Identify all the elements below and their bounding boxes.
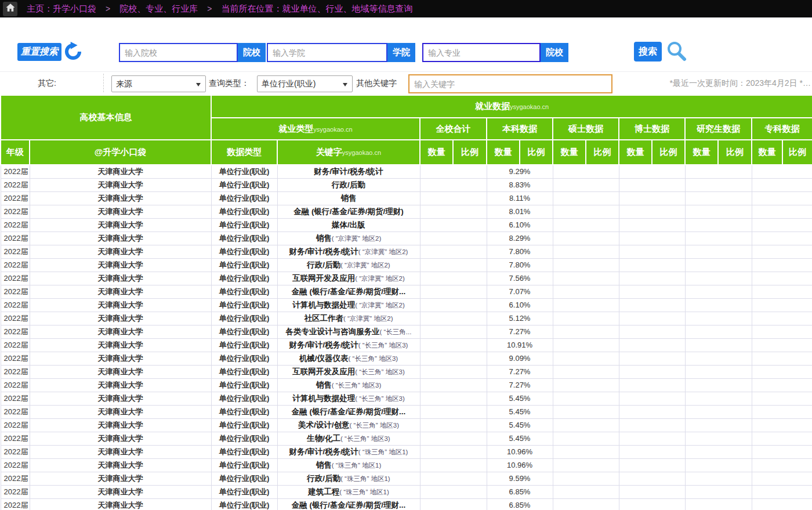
empty-value-cell — [685, 458, 752, 472]
empty-value-cell — [685, 485, 752, 498]
grade-cell: 2022届 — [1, 392, 30, 405]
source-select[interactable]: 来源 — [111, 75, 206, 92]
keyword-region-suffix: ( “珠三角” 地区1) — [332, 462, 382, 469]
empty-value-cell — [685, 312, 752, 325]
school-cell: 天津商业大学 — [30, 218, 211, 232]
empty-value-cell — [553, 378, 619, 392]
empty-value-cell — [619, 312, 685, 325]
empty-value-cell — [685, 338, 752, 352]
empty-value-cell — [685, 325, 752, 338]
grade-cell: 2022届 — [1, 352, 30, 365]
empty-value-cell — [685, 245, 752, 258]
undergrad-ratio-cell: 7.80% — [487, 258, 553, 272]
search-button[interactable]: 搜索 — [634, 42, 662, 62]
col-qty-1: 数量 — [487, 140, 520, 165]
keyword-region-suffix: ( “长三角” 地区3) — [349, 355, 398, 362]
empty-value-cell — [553, 165, 619, 178]
breadcrumb: 主页：升学小口袋 > 院校、专业、行业库 > 当前所在位置：就业单位、行业、地域… — [0, 0, 812, 18]
col-group-1: 本科数据 — [487, 118, 553, 140]
watermark-text: ysygaokao.cn — [510, 103, 549, 110]
empty-value-cell — [752, 432, 812, 445]
school-cell: 天津商业大学 — [30, 272, 211, 285]
keyword-text: 计算机与数据处理 — [292, 394, 355, 403]
basic-info-label: 高校基本信息 — [80, 112, 132, 122]
empty-value-cell — [752, 178, 812, 191]
undergrad-ratio-cell: 10.96% — [487, 445, 553, 458]
school-cell: 天津商业大学 — [30, 365, 211, 378]
home-icon — [5, 2, 16, 15]
school-cell: 天津商业大学 — [30, 338, 211, 352]
col-qty-2: 数量 — [553, 140, 586, 165]
empty-value-cell — [553, 432, 619, 445]
empty-value-cell — [420, 472, 487, 485]
breadcrumb-home-link[interactable]: 主页：升学小口袋 — [27, 3, 96, 15]
reset-search-button[interactable]: 重置搜索 — [17, 43, 61, 61]
magnifier-icon[interactable] — [665, 40, 688, 66]
empty-value-cell — [420, 418, 487, 432]
empty-value-cell — [619, 191, 685, 205]
keyword-input[interactable] — [408, 74, 612, 93]
faculty-search-button[interactable]: 学院 — [387, 43, 415, 62]
empty-value-cell — [420, 338, 487, 352]
empty-value-cell — [752, 445, 812, 458]
empty-value-cell — [752, 312, 812, 325]
empty-value-cell — [752, 458, 812, 472]
keyword-text: 销售 — [316, 234, 332, 243]
empty-value-cell — [420, 458, 487, 472]
empty-value-cell — [752, 392, 812, 405]
keyword-text: 生物/化工 — [307, 434, 340, 443]
empty-value-cell — [752, 285, 812, 298]
keyword-text: 媒体/出版 — [332, 220, 365, 229]
major-search-button[interactable]: 院校 — [541, 43, 568, 62]
data-type-cell: 单位行业(职业) — [211, 205, 277, 218]
empty-value-cell — [685, 498, 752, 510]
header-employment-data: 就业数据ysygaokao.cn — [211, 95, 812, 118]
empty-value-cell — [420, 205, 487, 218]
refresh-icon[interactable] — [63, 42, 83, 64]
table-row: 2022届天津商业大学单位行业(职业)财务/审计/税务/统计( “京津冀” 地区… — [1, 245, 812, 258]
empty-value-cell — [420, 245, 487, 258]
empty-value-cell — [420, 218, 487, 232]
table-row: 2022届天津商业大学单位行业(职业)互联网开发及应用( “京津冀” 地区2)7… — [1, 272, 812, 285]
col-ratio-2: 比例 — [586, 140, 619, 165]
keyword-text: 各类专业设计与咨询服务业 — [286, 327, 380, 336]
empty-value-cell — [685, 272, 752, 285]
empty-value-cell — [685, 258, 752, 272]
grade-cell: 2022届 — [1, 418, 30, 432]
keyword-region-suffix: ( “京津冀” 地区2) — [355, 302, 405, 309]
employment-data-label: 就业数据 — [475, 101, 510, 111]
data-type-cell: 单位行业(职业) — [211, 325, 277, 338]
empty-value-cell — [685, 378, 752, 392]
faculty-input[interactable] — [267, 43, 387, 62]
query-type-select[interactable]: 单位行业(职业) — [257, 75, 353, 92]
school-cell: 天津商业大学 — [30, 285, 211, 298]
school-cell: 天津商业大学 — [30, 418, 211, 432]
empty-value-cell — [553, 232, 619, 245]
keyword-cell: 美术/设计/创意( “长三角” 地区3) — [277, 418, 420, 432]
breadcrumb-library-link[interactable]: 院校、专业、行业库 — [119, 3, 198, 15]
keyword-region-suffix: ( “珠三角” 地区1) — [340, 475, 390, 482]
keyword-cell: 销售( “长三角” 地区3) — [277, 378, 420, 392]
query-type-label: 查询类型： — [209, 78, 249, 89]
data-type-cell: 单位行业(职业) — [211, 498, 277, 510]
keyword-region-suffix: ( “长三角” 地区3) — [349, 422, 399, 429]
table-row: 2022届天津商业大学单位行业(职业)财务/审计/税务/统计( “长三角” 地区… — [1, 338, 812, 352]
data-type-cell: 单位行业(职业) — [211, 312, 277, 325]
major-input[interactable] — [422, 43, 541, 62]
keyword-text: 金融 (银行/基金/证券/期货/理财) — [293, 207, 404, 216]
data-type-cell: 单位行业(职业) — [211, 378, 277, 392]
table-body: 2022届天津商业大学单位行业(职业)财务/审计/税务/统计9.29%2022届… — [1, 165, 812, 510]
college-input[interactable] — [119, 43, 238, 62]
college-search-button[interactable]: 院校 — [238, 43, 266, 62]
empty-value-cell — [553, 285, 619, 298]
empty-value-cell — [685, 232, 752, 245]
school-cell: 天津商业大学 — [30, 232, 211, 245]
data-type-cell: 单位行业(职业) — [211, 245, 277, 258]
keyword-text: 机械/仪器仪表 — [299, 354, 349, 363]
home-button[interactable] — [3, 2, 17, 16]
empty-value-cell — [752, 232, 812, 245]
empty-value-cell — [553, 245, 619, 258]
empty-value-cell — [752, 191, 812, 205]
col-keyword: 关键字ysygaokao.cn — [277, 140, 420, 165]
watermark-text: ysygaokao.cn — [342, 149, 381, 156]
